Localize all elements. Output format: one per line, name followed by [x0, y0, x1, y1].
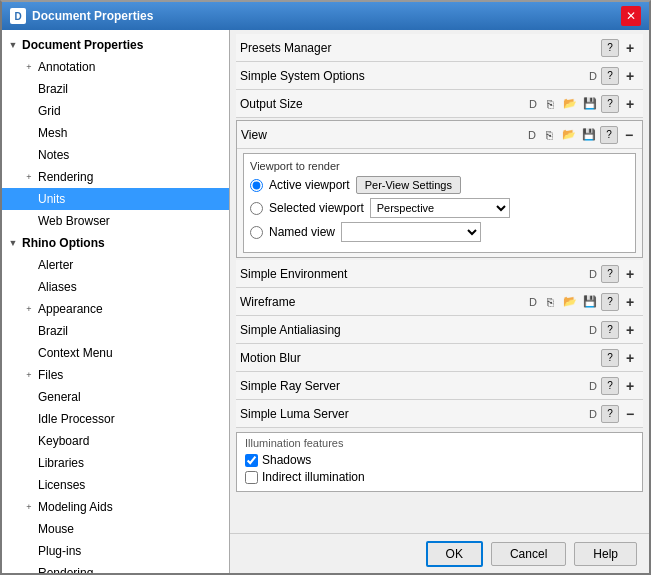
simple-luma-server-help-btn[interactable]: ? — [601, 405, 619, 423]
wireframe-help-btn[interactable]: ? — [601, 293, 619, 311]
tree-item-alerter[interactable]: Alerter — [2, 254, 229, 276]
cancel-button[interactable]: Cancel — [491, 542, 566, 566]
presets-manager-label: Presets Manager — [240, 41, 601, 55]
close-button[interactable]: ✕ — [621, 6, 641, 26]
viewport-render-box: Viewport to render Active viewport Per-V… — [243, 153, 636, 253]
wireframe-copy-btn[interactable]: ⎘ — [541, 293, 559, 311]
tree-item-rendering2[interactable]: Rendering — [2, 562, 229, 573]
simple-antialiasing-label: Simple Antialiasing — [240, 323, 589, 337]
tree-item-rhino-options[interactable]: ▼ Rhino Options — [2, 232, 229, 254]
simple-antialiasing-help-btn[interactable]: ? — [601, 321, 619, 339]
d-label: D — [529, 296, 537, 308]
tree-item-aliases[interactable]: Aliases — [2, 276, 229, 298]
active-viewport-radio[interactable] — [250, 179, 263, 192]
output-size-open-btn[interactable]: 📂 — [561, 95, 579, 113]
tree-item-modeling-aids[interactable]: + Modeling Aids — [2, 496, 229, 518]
view-section: View D ⎘ 📂 💾 ? − Viewport to render — [236, 120, 643, 258]
dialog-title: Document Properties — [32, 9, 153, 23]
tree-item-plug-ins[interactable]: Plug-ins — [2, 540, 229, 562]
tree-item-annotation[interactable]: + Annotation — [2, 56, 229, 78]
tree-root-document-properties[interactable]: ▼ Document Properties — [2, 34, 229, 56]
tree-item-notes[interactable]: Notes — [2, 144, 229, 166]
view-minus-btn[interactable]: − — [620, 126, 638, 144]
tree-item-web-browser[interactable]: Web Browser — [2, 210, 229, 232]
selected-viewport-label[interactable]: Selected viewport — [269, 201, 364, 215]
tree-item-mesh[interactable]: Mesh — [2, 122, 229, 144]
motion-blur-plus-btn[interactable]: + — [621, 349, 639, 367]
output-size-plus-btn[interactable]: + — [621, 95, 639, 113]
tree-label-notes: Notes — [38, 146, 69, 164]
shadows-checkbox[interactable] — [245, 454, 258, 467]
simple-antialiasing-row: Simple Antialiasing D ? + — [236, 316, 643, 344]
tree-label-keyboard: Keyboard — [38, 432, 89, 450]
title-bar: D Document Properties ✕ — [2, 2, 649, 30]
presets-manager-plus-btn[interactable]: + — [621, 39, 639, 57]
view-save-btn[interactable]: 💾 — [580, 126, 598, 144]
tree-item-files[interactable]: + Files — [2, 364, 229, 386]
tree-item-idle-processor[interactable]: Idle Processor — [2, 408, 229, 430]
tree-label-web-browser: Web Browser — [38, 212, 110, 230]
wireframe-save-btn[interactable]: 💾 — [581, 293, 599, 311]
bottom-bar: OK Cancel Help — [230, 533, 649, 573]
view-open-btn[interactable]: 📂 — [560, 126, 578, 144]
simple-system-options-plus-btn[interactable]: + — [621, 67, 639, 85]
expand-icon: + — [22, 60, 36, 74]
expand-icon: + — [22, 500, 36, 514]
d-label: D — [589, 408, 597, 420]
presets-manager-row: Presets Manager ? + — [236, 34, 643, 62]
motion-blur-actions: ? + — [601, 349, 639, 367]
tree-item-context-menu[interactable]: Context Menu — [2, 342, 229, 364]
tree-item-units[interactable]: Units — [2, 188, 229, 210]
expand-icon: ▼ — [6, 38, 20, 52]
selected-viewport-dropdown[interactable]: Perspective — [370, 198, 510, 218]
view-section-header: View D ⎘ 📂 💾 ? − — [237, 121, 642, 149]
tree-item-brazil2[interactable]: Brazil — [2, 320, 229, 342]
view-help-btn[interactable]: ? — [600, 126, 618, 144]
tree-item-rendering[interactable]: + Rendering — [2, 166, 229, 188]
ok-button[interactable]: OK — [426, 541, 483, 567]
simple-environment-plus-btn[interactable]: + — [621, 265, 639, 283]
shadows-label[interactable]: Shadows — [262, 453, 311, 467]
simple-system-options-help-btn[interactable]: ? — [601, 67, 619, 85]
presets-manager-actions: ? + — [601, 39, 639, 57]
tree-item-licenses[interactable]: Licenses — [2, 474, 229, 496]
indirect-illumination-label[interactable]: Indirect illumination — [262, 470, 365, 484]
d-label: D — [589, 324, 597, 336]
indirect-illumination-checkbox[interactable] — [245, 471, 258, 484]
simple-luma-server-minus-btn[interactable]: − — [621, 405, 639, 423]
output-size-help-btn[interactable]: ? — [601, 95, 619, 113]
simple-antialiasing-plus-btn[interactable]: + — [621, 321, 639, 339]
wireframe-plus-btn[interactable]: + — [621, 293, 639, 311]
output-size-actions: D ⎘ 📂 💾 ? + — [529, 95, 639, 113]
right-content: Presets Manager ? + Simple System Option… — [230, 30, 649, 533]
named-view-label[interactable]: Named view — [269, 225, 335, 239]
simple-ray-server-help-btn[interactable]: ? — [601, 377, 619, 395]
simple-ray-server-row: Simple Ray Server D ? + — [236, 372, 643, 400]
active-viewport-label[interactable]: Active viewport — [269, 178, 350, 192]
motion-blur-help-btn[interactable]: ? — [601, 349, 619, 367]
dialog-body: ▼ Document Properties + Annotation Brazi… — [2, 30, 649, 573]
selected-viewport-radio[interactable] — [250, 202, 263, 215]
tree-label-licenses: Licenses — [38, 476, 85, 494]
named-view-dropdown[interactable] — [341, 222, 481, 242]
tree-item-brazil[interactable]: Brazil — [2, 78, 229, 100]
help-button[interactable]: Help — [574, 542, 637, 566]
tree-item-general[interactable]: General — [2, 386, 229, 408]
wireframe-open-btn[interactable]: 📂 — [561, 293, 579, 311]
wireframe-label: Wireframe — [240, 295, 529, 309]
tree-item-mouse[interactable]: Mouse — [2, 518, 229, 540]
tree-item-keyboard[interactable]: Keyboard — [2, 430, 229, 452]
tree-item-appearance[interactable]: + Appearance — [2, 298, 229, 320]
view-copy-btn[interactable]: ⎘ — [540, 126, 558, 144]
simple-ray-server-plus-btn[interactable]: + — [621, 377, 639, 395]
viewport-label: Viewport to render — [250, 160, 629, 172]
presets-manager-help-btn[interactable]: ? — [601, 39, 619, 57]
output-size-copy-btn[interactable]: ⎘ — [541, 95, 559, 113]
output-size-save-btn[interactable]: 💾 — [581, 95, 599, 113]
per-view-settings-btn[interactable]: Per-View Settings — [356, 176, 461, 194]
tree-item-libraries[interactable]: Libraries — [2, 452, 229, 474]
simple-environment-help-btn[interactable]: ? — [601, 265, 619, 283]
tree-item-grid[interactable]: Grid — [2, 100, 229, 122]
tree-label-libraries: Libraries — [38, 454, 84, 472]
named-view-radio[interactable] — [250, 226, 263, 239]
